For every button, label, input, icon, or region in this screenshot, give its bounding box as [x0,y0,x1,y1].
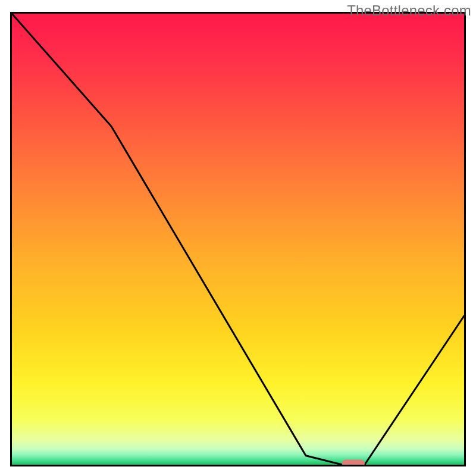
watermark-text: TheBottleneck.com [347,2,471,19]
plot-area [12,14,464,465]
optimum-marker [342,460,365,465]
gradient-background [12,14,464,465]
plot-area-border [10,12,466,466]
chart-svg [12,14,464,465]
chart-container: TheBottleneck.com [0,0,476,476]
